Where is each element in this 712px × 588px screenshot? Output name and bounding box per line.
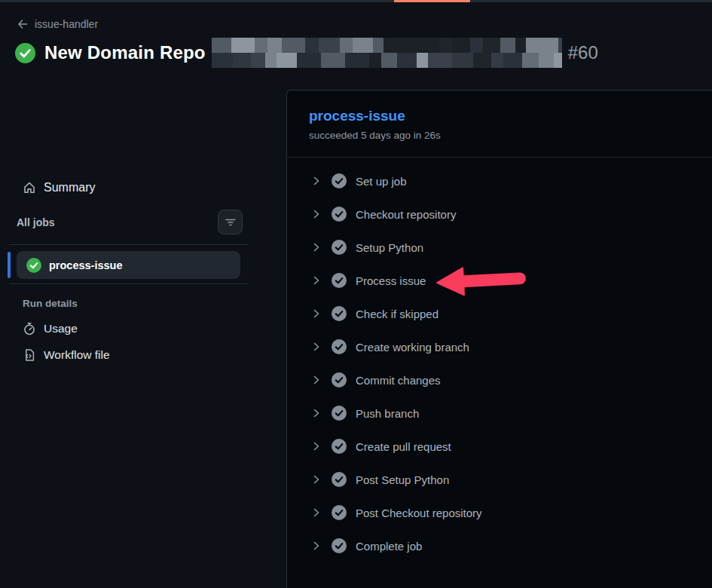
sidebar-item-usage[interactable]: Usage xyxy=(23,322,78,335)
step-check-icon xyxy=(332,306,347,321)
chevron-right-icon xyxy=(312,342,321,351)
filter-jobs-button[interactable] xyxy=(218,210,243,234)
usage-label: Usage xyxy=(44,322,78,335)
step-row[interactable]: Set up job xyxy=(287,164,712,198)
run-title-row: New Domain Repo #60 xyxy=(15,38,598,68)
run-success-icon xyxy=(15,43,35,63)
chevron-right-icon xyxy=(312,541,321,550)
job-status-line: succeeded 5 days ago in 26s xyxy=(309,130,692,141)
chevron-right-icon xyxy=(312,508,321,517)
step-label: Post Checkout repository xyxy=(356,507,482,519)
step-check-icon xyxy=(332,538,347,553)
selected-job-indicator xyxy=(8,252,11,278)
chevron-right-icon xyxy=(312,375,321,384)
step-row[interactable]: Post Setup Python xyxy=(287,463,712,496)
redacted-title-mosaic xyxy=(212,38,562,68)
run-details-heading: Run details xyxy=(23,298,78,309)
sidebar-summary-label: Summary xyxy=(44,181,95,194)
filter-icon xyxy=(225,216,237,228)
stopwatch-icon xyxy=(23,322,36,335)
annotation-arrow xyxy=(435,262,530,299)
sidebar: Summary All jobs process-issue Run detai… xyxy=(0,83,286,588)
step-check-icon xyxy=(332,406,347,421)
step-label: Push branch xyxy=(356,407,419,420)
step-label: Setup Python xyxy=(356,241,423,254)
step-check-icon xyxy=(332,372,347,387)
active-tab-accent-bar xyxy=(394,0,470,2)
job-title-link[interactable]: process-issue xyxy=(309,108,405,124)
run-title: New Domain Repo xyxy=(44,42,206,63)
step-row[interactable]: Post Checkout repository xyxy=(287,496,712,529)
chevron-right-icon xyxy=(312,276,321,285)
step-check-icon xyxy=(332,339,347,354)
all-jobs-heading: All jobs xyxy=(17,216,55,228)
code-file-icon xyxy=(23,348,36,362)
step-row[interactable]: Complete job xyxy=(287,529,712,562)
back-arrow-icon xyxy=(17,18,29,30)
step-row[interactable]: Create working branch xyxy=(287,330,712,363)
step-check-icon xyxy=(332,439,347,454)
chevron-right-icon xyxy=(312,309,321,318)
step-label: Complete job xyxy=(356,540,422,553)
workflow-file-label: Workflow file xyxy=(44,348,110,362)
job-success-icon xyxy=(26,258,41,273)
sidebar-item-summary[interactable]: Summary xyxy=(23,181,95,194)
chevron-right-icon xyxy=(312,475,321,484)
home-icon xyxy=(23,181,36,194)
chevron-right-icon xyxy=(312,243,321,252)
back-link[interactable]: issue-handler xyxy=(17,18,98,30)
steps-list: Set up job Checkout repository Setup Pyt… xyxy=(287,158,712,562)
sidebar-divider xyxy=(9,283,249,284)
run-number: #60 xyxy=(568,42,598,63)
browser-tab-strip xyxy=(0,0,712,2)
job-panel-header: process-issue succeeded 5 days ago in 26… xyxy=(287,90,712,158)
sidebar-divider xyxy=(9,244,249,245)
step-check-icon xyxy=(332,505,347,520)
chevron-right-icon xyxy=(312,442,321,451)
step-label: Checkout repository xyxy=(356,208,456,221)
step-row[interactable]: Checkout repository xyxy=(287,198,712,231)
step-label: Process issue xyxy=(356,274,426,287)
step-label: Create pull request xyxy=(356,440,451,453)
step-check-icon xyxy=(332,173,347,188)
step-row[interactable]: Commit changes xyxy=(287,363,712,397)
step-label: Create working branch xyxy=(356,341,469,354)
step-row[interactable]: Create pull request xyxy=(287,430,712,463)
step-check-icon xyxy=(332,472,347,487)
chevron-right-icon xyxy=(312,210,321,219)
sidebar-item-process-issue[interactable]: process-issue xyxy=(17,251,240,279)
step-row[interactable]: Push branch xyxy=(287,397,712,430)
job-log-panel: process-issue succeeded 5 days ago in 26… xyxy=(286,90,712,588)
chevron-right-icon xyxy=(312,176,321,185)
step-row[interactable]: Process issue xyxy=(287,264,712,297)
step-label: Set up job xyxy=(356,175,407,188)
sidebar-item-workflow-file[interactable]: Workflow file xyxy=(23,348,110,362)
step-check-icon xyxy=(332,207,347,222)
step-row[interactable]: Check if skipped xyxy=(287,297,712,330)
chevron-right-icon xyxy=(312,409,321,418)
job-label: process-issue xyxy=(49,259,123,271)
step-label: Post Setup Python xyxy=(356,473,449,486)
back-link-label: issue-handler xyxy=(35,18,98,30)
step-check-icon xyxy=(332,273,347,288)
step-row[interactable]: Setup Python xyxy=(287,231,712,264)
step-label: Commit changes xyxy=(356,374,441,387)
step-check-icon xyxy=(332,240,347,255)
step-label: Check if skipped xyxy=(356,308,439,320)
